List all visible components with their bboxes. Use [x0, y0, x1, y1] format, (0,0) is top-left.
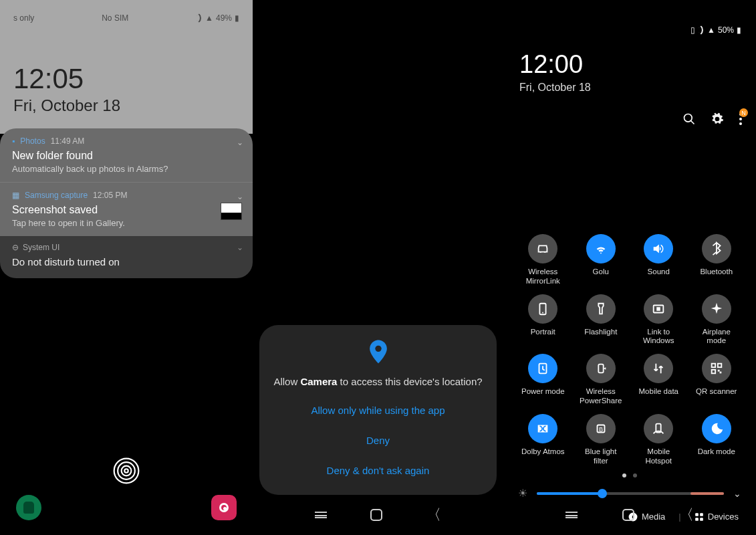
lockscreen-clock: 12:05 Fri, October 18	[13, 63, 239, 115]
tile-qr[interactable]: QR scanner	[688, 354, 746, 406]
tile-data[interactable]: Mobile data	[630, 354, 688, 406]
signal-icon: ▲	[205, 13, 213, 23]
tile-label: Dolby Atmos	[521, 447, 565, 457]
svg-point-11	[542, 312, 543, 313]
lockscreen-panel: s only No SIM ▲49%▮ 12:05 Fri, October 1…	[0, 0, 253, 535]
tile-dolby[interactable]: Dolby Atmos	[514, 414, 572, 466]
svg-text:B: B	[599, 425, 603, 432]
tile-label: QR scanner	[696, 387, 737, 397]
tile-label: Power mode	[521, 387, 565, 397]
deny-button[interactable]: Deny	[271, 425, 485, 455]
notification-time: 12:05 PM	[93, 191, 127, 200]
tile-label: Flashlight	[584, 328, 617, 337]
time-text: 12:05	[13, 63, 239, 95]
notification-card[interactable]: ▪ Photos 11:49 AM ⌄ New folder found Aut…	[0, 128, 253, 182]
tile-sound[interactable]: Sound	[630, 234, 688, 286]
deny-forever-button[interactable]: Deny & don't ask again	[271, 455, 485, 486]
tile-share-battery[interactable]: Wireless PowerShare	[572, 354, 630, 406]
svg-point-2	[122, 466, 132, 476]
qr-icon	[702, 354, 731, 383]
tile-label: Bluetooth	[700, 268, 733, 277]
dnd-icon: ⊖	[12, 243, 19, 252]
search-icon[interactable]	[682, 112, 696, 128]
tile-bluetooth[interactable]: Bluetooth	[688, 234, 746, 286]
quick-settings-panel: ▯ ▲ 50% ▮ 12:00 Fri, October 18 N Wirele…	[503, 0, 756, 535]
dolby-icon	[528, 414, 557, 443]
status-sim: No SIM	[102, 13, 128, 23]
camera-shortcut[interactable]	[211, 495, 237, 520]
signal-icon: ▲	[707, 25, 715, 35]
tile-label: Portrait	[531, 328, 555, 337]
notification-card[interactable]: ▦ Samsung capture 12:05 PM ⌄ Screenshot …	[0, 182, 253, 236]
chevron-down-icon[interactable]: ⌄	[237, 138, 243, 147]
tile-label: Airplane mode	[692, 328, 741, 346]
dialog-message: Allow Camera to access this device's loc…	[271, 376, 485, 387]
date-text: Fri, October 18	[13, 96, 239, 115]
tile-flashlight[interactable]: Flashlight	[572, 294, 630, 346]
battery-text: 49%	[216, 13, 232, 23]
car-icon	[528, 234, 557, 263]
lockscreen-header: s only No SIM ▲49%▮ 12:05 Fri, October 1…	[0, 0, 253, 134]
navigation-bar: 〈	[503, 502, 756, 528]
battery-text: 50%	[718, 25, 734, 35]
tile-label: Mobile Hotspot	[634, 447, 682, 466]
tile-label: Dark mode	[698, 447, 735, 457]
settings-icon[interactable]	[711, 112, 724, 128]
svg-rect-17	[718, 364, 722, 368]
notification-thumbnail	[221, 203, 242, 220]
back-button[interactable]: 〈	[679, 505, 694, 525]
moon-icon	[702, 414, 731, 443]
wifi-icon	[195, 13, 204, 23]
recents-button[interactable]	[565, 512, 578, 518]
wifi-icon	[697, 25, 706, 35]
airplane-icon	[702, 294, 731, 324]
svg-rect-20	[719, 372, 721, 374]
tile-label: Link to Windows	[634, 328, 682, 346]
svg-point-5	[684, 114, 692, 122]
qs-header: 12:00 Fri, October 18	[503, 0, 756, 94]
recents-button[interactable]	[315, 512, 327, 518]
app-icon: ▦	[12, 191, 19, 200]
tile-label: Mobile data	[639, 387, 678, 397]
notification-title: Screenshot saved	[12, 204, 241, 216]
tile-power[interactable]: Power mode	[514, 354, 572, 406]
status-left: s only	[13, 13, 34, 23]
fingerprint-icon[interactable]	[112, 456, 141, 488]
home-button[interactable]	[370, 509, 382, 521]
tile-hotspot[interactable]: Mobile Hotspot	[630, 414, 688, 466]
slider-track[interactable]	[537, 492, 724, 495]
tile-moon[interactable]: Dark mode	[688, 414, 746, 466]
share-battery-icon	[586, 354, 616, 383]
time-text: 12:00	[519, 50, 740, 79]
tile-label: Sound	[648, 268, 670, 277]
phone-shortcut[interactable]	[16, 495, 41, 520]
svg-point-8	[739, 118, 742, 120]
slider-thumb[interactable]	[598, 489, 607, 498]
tile-airplane[interactable]: Airplane mode	[688, 294, 746, 346]
tile-wifi[interactable]: Golu	[572, 234, 630, 286]
tile-portrait[interactable]: Portrait	[514, 294, 572, 346]
notification-card[interactable]: ⊖System UI ⌄ Do not disturb turned on	[0, 236, 253, 278]
chevron-down-icon[interactable]: ⌄	[733, 488, 741, 499]
tiles-grid: Wireless MirrorLinkGoluSoundBluetoothPor…	[503, 94, 756, 465]
back-button[interactable]: 〈	[426, 505, 441, 525]
notification-body: Tap here to open it in Gallery.	[12, 218, 241, 228]
more-icon[interactable]: N	[739, 112, 743, 128]
notification-title: New folder found	[12, 150, 241, 162]
svg-rect-13	[657, 307, 661, 311]
notification-time: 11:49 AM	[51, 136, 85, 146]
chevron-down-icon[interactable]: ⌄	[237, 243, 243, 252]
allow-button[interactable]: Allow only while using the app	[271, 395, 485, 425]
flashlight-icon	[586, 294, 616, 324]
svg-point-4	[375, 346, 381, 352]
tile-link[interactable]: Link to Windows	[630, 294, 688, 346]
chevron-down-icon[interactable]: ⌄	[237, 192, 243, 201]
home-button[interactable]	[622, 509, 634, 521]
tile-label: Wireless MirrorLink	[519, 268, 567, 286]
power-icon	[528, 354, 557, 383]
notification-app: Samsung capture	[25, 191, 88, 200]
tile-bluelight[interactable]: BBlue light filter	[572, 414, 630, 466]
tile-car[interactable]: Wireless MirrorLink	[514, 234, 572, 286]
portrait-icon	[528, 294, 557, 324]
sound-icon	[644, 234, 673, 263]
